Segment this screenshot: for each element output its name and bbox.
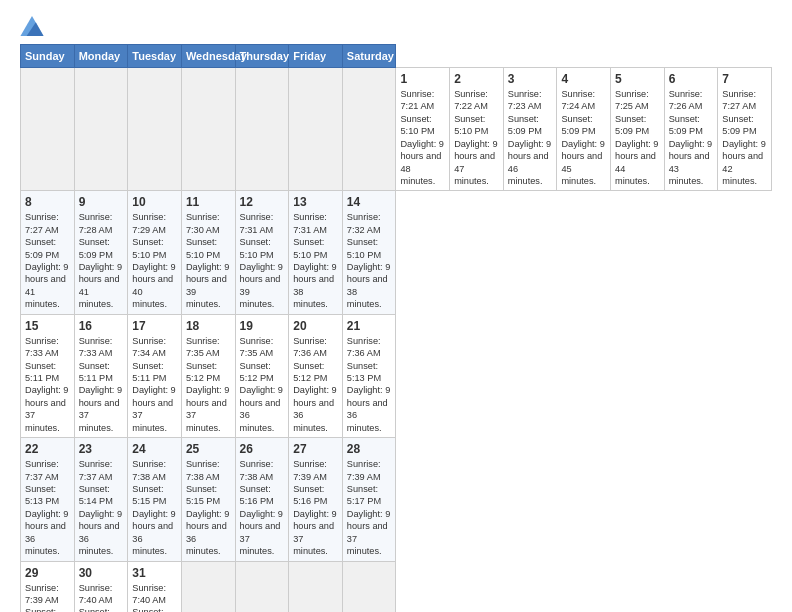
cell-content: Sunrise: 7:22 AM Sunset: 5:10 PM Dayligh… xyxy=(454,88,499,187)
calendar-cell: 11 Sunrise: 7:30 AM Sunset: 5:10 PM Dayl… xyxy=(181,191,235,314)
weekday-header-cell: Friday xyxy=(289,45,343,68)
header-area xyxy=(20,16,772,36)
weekday-header-cell: Sunday xyxy=(21,45,75,68)
calendar-cell: 18 Sunrise: 7:35 AM Sunset: 5:12 PM Dayl… xyxy=(181,314,235,437)
sunset-text: Sunset: 5:19 PM xyxy=(132,607,166,612)
sunset-text: Sunset: 5:13 PM xyxy=(347,361,381,383)
daylight-text: Daylight: 9 hours and 41 minutes. xyxy=(25,262,68,309)
day-number: 7 xyxy=(722,72,767,86)
calendar-cell: 7 Sunrise: 7:27 AM Sunset: 5:09 PM Dayli… xyxy=(718,68,772,191)
calendar-cell: 24 Sunrise: 7:38 AM Sunset: 5:15 PM Dayl… xyxy=(128,438,182,561)
daylight-text: Daylight: 9 hours and 47 minutes. xyxy=(454,139,497,186)
cell-content: Sunrise: 7:40 AM Sunset: 5:18 PM Dayligh… xyxy=(79,582,124,613)
sunrise-text: Sunrise: 7:28 AM xyxy=(79,212,113,234)
sunset-text: Sunset: 5:10 PM xyxy=(400,114,434,136)
day-number: 11 xyxy=(186,195,231,209)
calendar-cell: 22 Sunrise: 7:37 AM Sunset: 5:13 PM Dayl… xyxy=(21,438,75,561)
calendar-cell xyxy=(235,68,289,191)
day-number: 3 xyxy=(508,72,553,86)
day-number: 28 xyxy=(347,442,392,456)
day-number: 29 xyxy=(25,566,70,580)
day-number: 5 xyxy=(615,72,660,86)
daylight-text: Daylight: 9 hours and 37 minutes. xyxy=(132,385,175,432)
calendar-cell: 6 Sunrise: 7:26 AM Sunset: 5:09 PM Dayli… xyxy=(664,68,718,191)
cell-content: Sunrise: 7:31 AM Sunset: 5:10 PM Dayligh… xyxy=(240,211,285,310)
sunrise-text: Sunrise: 7:31 AM xyxy=(293,212,327,234)
sunrise-text: Sunrise: 7:33 AM xyxy=(25,336,59,358)
daylight-text: Daylight: 9 hours and 36 minutes. xyxy=(132,509,175,556)
calendar-week-row: 8 Sunrise: 7:27 AM Sunset: 5:09 PM Dayli… xyxy=(21,191,772,314)
cell-content: Sunrise: 7:33 AM Sunset: 5:11 PM Dayligh… xyxy=(79,335,124,434)
sunrise-text: Sunrise: 7:38 AM xyxy=(240,459,274,481)
cell-content: Sunrise: 7:37 AM Sunset: 5:13 PM Dayligh… xyxy=(25,458,70,557)
calendar-cell xyxy=(342,68,396,191)
day-number: 15 xyxy=(25,319,70,333)
cell-content: Sunrise: 7:34 AM Sunset: 5:11 PM Dayligh… xyxy=(132,335,177,434)
calendar-cell: 8 Sunrise: 7:27 AM Sunset: 5:09 PM Dayli… xyxy=(21,191,75,314)
calendar-cell: 19 Sunrise: 7:35 AM Sunset: 5:12 PM Dayl… xyxy=(235,314,289,437)
sunrise-text: Sunrise: 7:38 AM xyxy=(132,459,166,481)
sunset-text: Sunset: 5:12 PM xyxy=(186,361,220,383)
weekday-header-cell: Wednesday xyxy=(181,45,235,68)
sunset-text: Sunset: 5:11 PM xyxy=(25,361,59,383)
day-number: 20 xyxy=(293,319,338,333)
cell-content: Sunrise: 7:39 AM Sunset: 5:16 PM Dayligh… xyxy=(293,458,338,557)
cell-content: Sunrise: 7:38 AM Sunset: 5:16 PM Dayligh… xyxy=(240,458,285,557)
daylight-text: Daylight: 9 hours and 37 minutes. xyxy=(25,385,68,432)
cell-content: Sunrise: 7:39 AM Sunset: 5:18 PM Dayligh… xyxy=(25,582,70,613)
calendar-cell: 29 Sunrise: 7:39 AM Sunset: 5:18 PM Dayl… xyxy=(21,561,75,612)
cell-content: Sunrise: 7:24 AM Sunset: 5:09 PM Dayligh… xyxy=(561,88,606,187)
calendar-cell: 16 Sunrise: 7:33 AM Sunset: 5:11 PM Dayl… xyxy=(74,314,128,437)
calendar-cell: 21 Sunrise: 7:36 AM Sunset: 5:13 PM Dayl… xyxy=(342,314,396,437)
sunrise-text: Sunrise: 7:33 AM xyxy=(79,336,113,358)
sunset-text: Sunset: 5:09 PM xyxy=(615,114,649,136)
day-number: 30 xyxy=(79,566,124,580)
sunset-text: Sunset: 5:09 PM xyxy=(722,114,756,136)
calendar-body: 1 Sunrise: 7:21 AM Sunset: 5:10 PM Dayli… xyxy=(21,68,772,613)
day-number: 12 xyxy=(240,195,285,209)
calendar-cell: 25 Sunrise: 7:38 AM Sunset: 5:15 PM Dayl… xyxy=(181,438,235,561)
calendar-cell: 30 Sunrise: 7:40 AM Sunset: 5:18 PM Dayl… xyxy=(74,561,128,612)
cell-content: Sunrise: 7:25 AM Sunset: 5:09 PM Dayligh… xyxy=(615,88,660,187)
calendar-cell: 5 Sunrise: 7:25 AM Sunset: 5:09 PM Dayli… xyxy=(611,68,665,191)
day-number: 4 xyxy=(561,72,606,86)
sunset-text: Sunset: 5:11 PM xyxy=(132,361,166,383)
calendar-week-row: 29 Sunrise: 7:39 AM Sunset: 5:18 PM Dayl… xyxy=(21,561,772,612)
page: SundayMondayTuesdayWednesdayThursdayFrid… xyxy=(0,0,792,612)
weekday-header-cell: Saturday xyxy=(342,45,396,68)
daylight-text: Daylight: 9 hours and 36 minutes. xyxy=(293,385,336,432)
calendar-cell: 20 Sunrise: 7:36 AM Sunset: 5:12 PM Dayl… xyxy=(289,314,343,437)
cell-content: Sunrise: 7:27 AM Sunset: 5:09 PM Dayligh… xyxy=(722,88,767,187)
cell-content: Sunrise: 7:26 AM Sunset: 5:09 PM Dayligh… xyxy=(669,88,714,187)
calendar-cell: 10 Sunrise: 7:29 AM Sunset: 5:10 PM Dayl… xyxy=(128,191,182,314)
sunrise-text: Sunrise: 7:38 AM xyxy=(186,459,220,481)
calendar-cell xyxy=(289,68,343,191)
sunrise-text: Sunrise: 7:36 AM xyxy=(293,336,327,358)
calendar-week-row: 22 Sunrise: 7:37 AM Sunset: 5:13 PM Dayl… xyxy=(21,438,772,561)
day-number: 16 xyxy=(79,319,124,333)
calendar-cell: 3 Sunrise: 7:23 AM Sunset: 5:09 PM Dayli… xyxy=(503,68,557,191)
calendar-cell xyxy=(235,561,289,612)
cell-content: Sunrise: 7:38 AM Sunset: 5:15 PM Dayligh… xyxy=(132,458,177,557)
day-number: 25 xyxy=(186,442,231,456)
sunset-text: Sunset: 5:12 PM xyxy=(240,361,274,383)
sunset-text: Sunset: 5:09 PM xyxy=(669,114,703,136)
daylight-text: Daylight: 9 hours and 36 minutes. xyxy=(186,509,229,556)
daylight-text: Daylight: 9 hours and 44 minutes. xyxy=(615,139,658,186)
sunrise-text: Sunrise: 7:21 AM xyxy=(400,89,434,111)
day-number: 14 xyxy=(347,195,392,209)
daylight-text: Daylight: 9 hours and 45 minutes. xyxy=(561,139,604,186)
sunset-text: Sunset: 5:09 PM xyxy=(561,114,595,136)
day-number: 13 xyxy=(293,195,338,209)
sunset-text: Sunset: 5:10 PM xyxy=(293,237,327,259)
sunset-text: Sunset: 5:10 PM xyxy=(240,237,274,259)
daylight-text: Daylight: 9 hours and 37 minutes. xyxy=(240,509,283,556)
cell-content: Sunrise: 7:40 AM Sunset: 5:19 PM Dayligh… xyxy=(132,582,177,613)
sunset-text: Sunset: 5:13 PM xyxy=(25,484,59,506)
sunset-text: Sunset: 5:10 PM xyxy=(454,114,488,136)
sunrise-text: Sunrise: 7:31 AM xyxy=(240,212,274,234)
sunrise-text: Sunrise: 7:37 AM xyxy=(79,459,113,481)
calendar-cell: 15 Sunrise: 7:33 AM Sunset: 5:11 PM Dayl… xyxy=(21,314,75,437)
calendar-cell: 27 Sunrise: 7:39 AM Sunset: 5:16 PM Dayl… xyxy=(289,438,343,561)
day-number: 19 xyxy=(240,319,285,333)
